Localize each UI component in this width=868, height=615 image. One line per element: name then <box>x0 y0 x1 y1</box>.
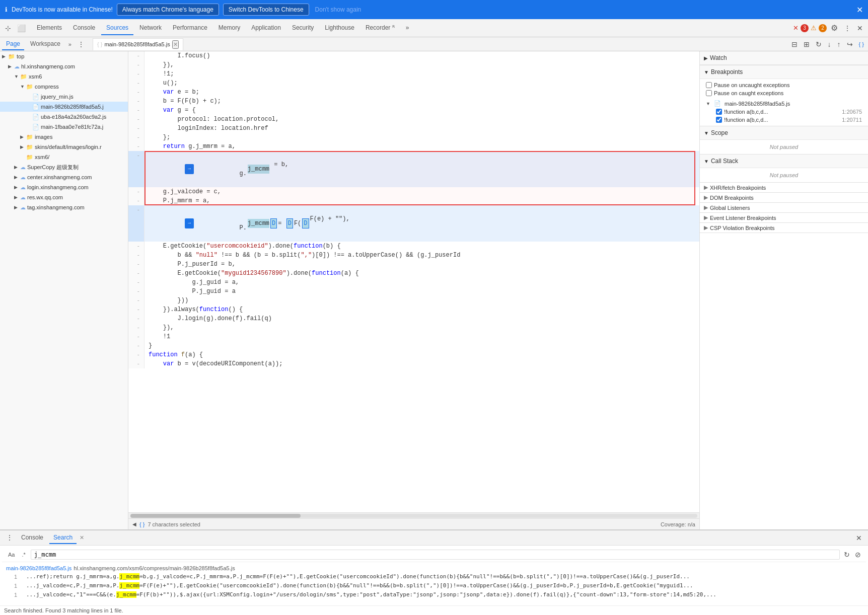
breakpoints-header[interactable]: ▼ Breakpoints <box>700 65 868 79</box>
tab-search-bottom[interactable]: Search <box>49 532 77 544</box>
aa-label[interactable]: Aa <box>6 551 17 559</box>
expand-btn[interactable]: ◀ <box>132 521 136 527</box>
tab-security[interactable]: Security <box>287 21 319 35</box>
close-devtools[interactable]: ✕ <box>855 23 865 33</box>
search-close-btn[interactable]: ✕ <box>80 534 84 541</box>
search-input[interactable] <box>33 550 837 559</box>
line-content[interactable]: var e = b; <box>144 88 699 97</box>
line-content[interactable]: }; <box>144 133 699 142</box>
line-content[interactable]: } <box>144 341 699 350</box>
line-content[interactable]: E.getCookie("usercomcookieid").done(func… <box>144 242 699 251</box>
tree-item-top[interactable]: ▶ 📁 top <box>0 51 128 61</box>
line-content[interactable]: }), <box>144 323 699 332</box>
tree-item-tag-xsm[interactable]: ▶ ☁ tag.xinshangmeng.com <box>0 202 128 212</box>
tab-elements[interactable]: Elements <box>32 21 67 35</box>
kebab-second[interactable]: ⋮ <box>76 39 87 49</box>
xhr-breakpoints-header[interactable]: ▶ XHR/fetch Breakpoints <box>700 183 868 192</box>
btn-switch-chinese[interactable]: Switch DevTools to Chinese <box>223 4 309 16</box>
line-content[interactable]: → g.j_mcmm = b, <box>144 151 699 187</box>
line-content[interactable]: }).always(function() { <box>144 305 699 314</box>
tree-item-xsm6-sub[interactable]: 📁 xsm6/ <box>0 152 128 162</box>
split-horizontal-icon[interactable]: ⊟ <box>789 39 800 49</box>
settings-icon[interactable]: ⚙ <box>829 22 840 34</box>
pause-caught-checkbox[interactable] <box>706 90 712 96</box>
refresh-search-icon[interactable]: ↻ <box>843 551 851 559</box>
dont-show-link[interactable]: Don't show again <box>315 6 361 13</box>
line-content[interactable]: I.focus() <box>144 51 699 60</box>
refresh-icon[interactable]: ↻ <box>814 39 824 49</box>
close-brace-icon[interactable]: { } <box>857 40 866 48</box>
tree-item-compress[interactable]: ▼ 📁 compress <box>0 82 128 92</box>
scroll-track[interactable] <box>130 514 697 518</box>
tree-item-images[interactable]: ▶ 📁 images <box>0 132 128 142</box>
result-row-1[interactable]: 1 ...ref);return g.j_mmrm=a,g.j_mcmm=b,g… <box>6 572 862 581</box>
line-content[interactable]: u(); <box>144 79 699 88</box>
line-content[interactable]: → P.j_mcmm D= DF(DF(e) + ""), <box>144 205 699 242</box>
result-row-2[interactable]: 1 ...j_valcode=c,P.j_mmrm=a,P.j_mcmm=F(F… <box>6 581 862 590</box>
tree-item-main-9826[interactable]: 📄 main-9826b285f8fad5a5.j <box>0 102 128 112</box>
line-content[interactable]: }), <box>144 60 699 69</box>
notification-close[interactable]: ✕ <box>856 5 863 15</box>
scope-header[interactable]: ▼ Scope <box>700 126 868 140</box>
tab-sources[interactable]: Sources <box>101 21 133 35</box>
bp-checkbox-1[interactable] <box>716 109 722 115</box>
up-arrow-icon[interactable]: ↑ <box>835 39 843 49</box>
pause-uncaught-checkbox[interactable] <box>706 82 712 88</box>
line-content[interactable]: b = F(F(b) + c); <box>144 97 699 106</box>
result-file-name[interactable]: main-9826b285f8fad5a5.js <box>6 565 71 571</box>
tree-item-login-xsm[interactable]: ▶ ☁ login.xinshangmeng.com <box>0 182 128 192</box>
tab-application[interactable]: Application <box>246 21 286 35</box>
line-content[interactable]: P.j_puserId = b, <box>144 260 699 269</box>
tree-item-xsm6[interactable]: ▼ 📁 xsm6 <box>0 71 128 82</box>
bottom-menu-icon[interactable]: ⋮ <box>4 533 15 543</box>
tab-network[interactable]: Network <box>134 21 167 35</box>
tab-page[interactable]: Page <box>2 38 24 50</box>
line-content[interactable]: return g.j_mmrm = a, <box>144 142 699 151</box>
csp-violation-header[interactable]: ▶ CSP Violation Breakpoints <box>700 223 868 233</box>
result-row-3[interactable]: 1 ...j_valcode=c,"1"===C&&(e.j_mcmm=F(F(… <box>6 590 862 599</box>
down-arrow-icon[interactable]: ↓ <box>826 39 833 49</box>
bp-checkbox-2[interactable] <box>716 117 722 123</box>
tab-recorder[interactable]: Recorder ᴿ <box>360 21 400 35</box>
more-second-tabs[interactable]: » <box>66 40 74 48</box>
line-content[interactable]: })) <box>144 296 699 305</box>
regex-label[interactable]: .* <box>20 551 27 559</box>
line-content[interactable]: g.j_guid = a, <box>144 278 699 287</box>
line-content[interactable]: P.j_mmrm = a, <box>144 196 699 205</box>
scroll-thumb[interactable] <box>130 514 301 518</box>
file-tab-close[interactable]: ✕ <box>172 40 179 49</box>
tab-memory[interactable]: Memory <box>213 21 245 35</box>
tree-item-hl-xinshangmeng[interactable]: ▶ ☁ hl.xinshangmeng.com <box>0 61 128 71</box>
watch-header[interactable]: ▶ Watch <box>700 51 868 65</box>
line-content[interactable]: b && "null" !== b && (b = b.split(",")[0… <box>144 251 699 260</box>
line-content[interactable]: E.getCookie("myguid1234567890").done(fun… <box>144 269 699 278</box>
global-listeners-header[interactable]: ▶ Global Listeners <box>700 203 868 212</box>
line-content[interactable]: J.login(g).done(f).fail(q) <box>144 314 699 323</box>
line-content[interactable]: !1 <box>144 332 699 341</box>
clear-search-icon[interactable]: ⊘ <box>854 551 862 559</box>
tree-item-uba[interactable]: 📄 uba-e18a4a2a260ac9a2.js <box>0 112 128 122</box>
close-bottom-panel[interactable]: ✕ <box>854 533 864 543</box>
tree-item-res-wx[interactable]: ▶ ☁ res.wx.qq.com <box>0 192 128 202</box>
inspect-icon[interactable]: ⊹ <box>3 23 13 33</box>
tree-item-main-1fba[interactable]: 📄 main-1fbaa0e7e81fc72a.j <box>0 122 128 132</box>
btn-match-language[interactable]: Always match Chrome's language <box>117 4 219 16</box>
call-stack-header[interactable]: ▼ Call Stack <box>700 155 868 168</box>
split-vertical-icon[interactable]: ⊞ <box>802 39 812 49</box>
tree-item-skins[interactable]: ▶ 📁 skins/default/images/login.r <box>0 142 128 152</box>
line-content[interactable]: loginIndex: location.href <box>144 124 699 133</box>
line-content[interactable]: P.j_guid = a <box>144 287 699 296</box>
tree-item-jquery[interactable]: 📄 jquery_min.js <box>0 92 128 102</box>
line-content[interactable]: function f(a) { <box>144 350 699 359</box>
line-content[interactable]: g.j_valcode = c, <box>144 187 699 196</box>
step-over-icon[interactable]: ↪ <box>845 39 855 49</box>
editor-horizontal-scrollbar[interactable] <box>128 512 699 518</box>
kebab-icon[interactable]: ⋮ <box>842 23 853 33</box>
tree-item-supercopy[interactable]: ▶ ☁ SuperCopy 超级复制 <box>0 162 128 172</box>
line-content[interactable]: var g = { <box>144 106 699 115</box>
tab-console[interactable]: Console <box>68 21 100 35</box>
dom-breakpoints-header[interactable]: ▶ DOM Breakpoints <box>700 193 868 202</box>
event-listener-header[interactable]: ▶ Event Listener Breakpoints <box>700 213 868 222</box>
more-tabs[interactable]: » <box>401 21 414 35</box>
tab-lighthouse[interactable]: Lighthouse <box>320 21 359 35</box>
